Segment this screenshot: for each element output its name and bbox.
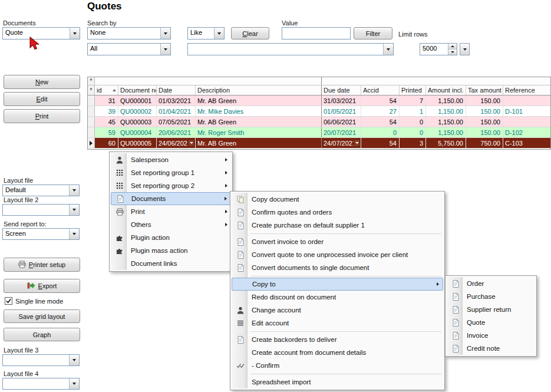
cell-id[interactable]: 59 (95, 127, 118, 137)
table-row[interactable]: 59QU00000420/06/2021Mr. Roger Smith20/07… (88, 127, 550, 138)
column-header-doc_no[interactable]: Document no. (118, 85, 157, 95)
cell-amount_incl[interactable]: 1,150.00 (426, 127, 466, 137)
row-selector[interactable] (88, 117, 95, 127)
row-selector[interactable] (88, 138, 95, 148)
cell-id[interactable]: 39 (95, 106, 118, 116)
cell-reference[interactable]: D-101 (503, 106, 551, 116)
cell-description[interactable]: Mr. Mike Davies (196, 106, 322, 116)
menu-item-copy-to[interactable]: Copy to (232, 278, 443, 291)
cell-due_date[interactable]: 20/07/2021 (322, 127, 361, 137)
chevron-down-icon[interactable] (160, 28, 170, 39)
cell-due_date[interactable]: 24/07/2021 (322, 138, 361, 148)
menu-item-others[interactable]: Others (111, 218, 231, 231)
cell-doc_no[interactable]: QU000003 (118, 117, 157, 127)
cell-accid[interactable]: 54 (361, 117, 400, 127)
menu-item-credit-note[interactable]: Credit note (447, 342, 535, 355)
menu-item-order[interactable]: Order (447, 277, 535, 290)
chevron-down-icon[interactable] (69, 378, 79, 389)
menu-item-convert-quote-to-one-unprocessed-invoice-per-client[interactable]: Convert quote to one unprocessed invoice… (232, 248, 443, 261)
cell-description[interactable]: Mr. AB Green (196, 95, 322, 106)
cell-amount_incl[interactable]: 1,150.00 (426, 117, 466, 127)
column-header-tax_amount[interactable]: Tax amount (466, 85, 503, 95)
cell-doc_no[interactable]: QU000002 (118, 106, 157, 116)
cell-date[interactable]: 24/06/2021 (157, 138, 196, 148)
edit-button[interactable]: Edit (4, 92, 80, 106)
spin-up-icon[interactable] (448, 44, 457, 50)
menu-item-edit-account[interactable]: Edit account (232, 317, 443, 330)
column-header-amount_incl[interactable]: Amount incl. (426, 85, 466, 95)
cell-doc_no[interactable]: QU000001 (118, 95, 157, 106)
clear-button[interactable]: Clear (231, 27, 269, 39)
cell-reference[interactable] (503, 95, 551, 106)
cell-accid[interactable]: 27 (361, 106, 400, 116)
cell-date[interactable]: 20/06/2021 (157, 127, 196, 137)
menu-item-purchase[interactable]: Purchase (447, 290, 535, 303)
cell-printed[interactable]: 1 (400, 106, 426, 116)
graph-button[interactable]: Graph (4, 328, 80, 341)
checkbox-check-icon[interactable] (5, 297, 12, 305)
spin-down-icon[interactable] (448, 50, 457, 55)
cell-dropdown-icon[interactable] (354, 139, 360, 147)
cell-tax_amount[interactable]: 150.00 (466, 117, 503, 127)
menu-item-set-reporting-group-2[interactable]: Set reporting group 2 (111, 179, 231, 192)
query-select[interactable] (187, 43, 394, 55)
menu-item-redo-discount-on-document[interactable]: Redo discount on document (232, 291, 443, 304)
chevron-down-icon[interactable] (69, 205, 79, 215)
chevron-down-icon[interactable] (383, 44, 393, 55)
row-selector[interactable] (88, 106, 95, 116)
table-row[interactable]: 39QU00000201/04/2021Mr. Mike Davies01/05… (88, 106, 550, 117)
chevron-down-icon[interactable] (70, 28, 80, 39)
row-selector[interactable] (88, 127, 95, 137)
cell-doc_no[interactable]: QU000005 (118, 138, 157, 148)
cell-printed[interactable]: 7 (400, 95, 426, 106)
column-header-accid[interactable]: Accid (361, 85, 400, 95)
cell-tax_amount[interactable]: 750.00 (466, 138, 503, 148)
menu-item-invoice[interactable]: Invoice (447, 329, 535, 342)
menu-item-plugin-mass-action[interactable]: Plugin mass action (111, 244, 231, 257)
chevron-down-icon[interactable] (69, 355, 79, 365)
menu-item-document-links[interactable]: Document links (111, 257, 231, 270)
documents-grid[interactable]: **idDocument no.DateDescriptionDue dateA… (87, 77, 551, 150)
cell-printed[interactable]: 0 (400, 127, 426, 137)
cell-id[interactable]: 60 (95, 138, 118, 148)
layout-file3-select[interactable] (2, 354, 80, 366)
cell-description[interactable]: Mr. AB Green (196, 117, 322, 127)
menu-item-create-purchase-on-default-supplier-1[interactable]: Create purchase on default supplier 1 (232, 219, 443, 232)
menu-item-plugin-action[interactable]: Plugin action (111, 231, 231, 244)
menu-item-confirm-quotes-and-orders[interactable]: Confirm quotes and orders (232, 206, 443, 219)
cell-printed[interactable]: 3 (400, 138, 426, 148)
cell-accid[interactable]: 54 (361, 95, 400, 106)
printer-setup-button[interactable]: Printer setup (4, 258, 80, 272)
menu-item-convert-documents-to-single-document[interactable]: Convert documents to single document (232, 261, 443, 274)
menu-item-create-account-from-document-details[interactable]: Create account from document details (232, 346, 443, 359)
send-report-select[interactable]: Screen (2, 228, 80, 240)
cell-amount_incl[interactable]: 1,150.00 (426, 95, 466, 106)
menu-item-print[interactable]: Print (111, 205, 231, 218)
layout-file4-select[interactable] (2, 378, 80, 390)
cell-accid[interactable]: 0 (361, 127, 400, 137)
new-button[interactable]: New (4, 75, 80, 89)
cell-description[interactable]: Mr. AB Green (196, 138, 322, 148)
chevron-down-icon[interactable] (69, 185, 79, 196)
chevron-down-icon[interactable] (69, 229, 79, 239)
filter-button[interactable]: Filter (354, 27, 392, 39)
table-row[interactable]: 31QU00000101/03/2021Mr. AB Green31/03/20… (88, 95, 550, 106)
limit-rows-input[interactable]: 5000 (420, 43, 457, 55)
cell-id[interactable]: 45 (95, 117, 118, 127)
save-grid-layout-button[interactable]: Save grid layout (4, 309, 80, 323)
chevron-down-icon[interactable] (160, 44, 170, 55)
print-button[interactable]: Print (4, 109, 80, 123)
cell-accid[interactable]: 54 (361, 138, 400, 148)
menu-item-supplier-return[interactable]: Supplier return (447, 303, 535, 316)
column-header-printed[interactable]: Printed (400, 85, 426, 95)
cell-printed[interactable]: 0 (400, 117, 426, 127)
column-header-due_date[interactable]: Due date (322, 85, 361, 95)
layout-file2-select[interactable] (2, 204, 80, 216)
menu-item-documents[interactable]: Documents (111, 192, 231, 205)
cell-id[interactable]: 31 (95, 95, 118, 106)
documents-select[interactable]: Quote (2, 27, 80, 39)
limit-rows-spinner[interactable] (448, 44, 457, 55)
cell-due_date[interactable]: 01/05/2021 (322, 106, 361, 116)
cell-dropdown-icon[interactable] (188, 139, 194, 147)
column-header-date[interactable]: Date (157, 85, 196, 95)
